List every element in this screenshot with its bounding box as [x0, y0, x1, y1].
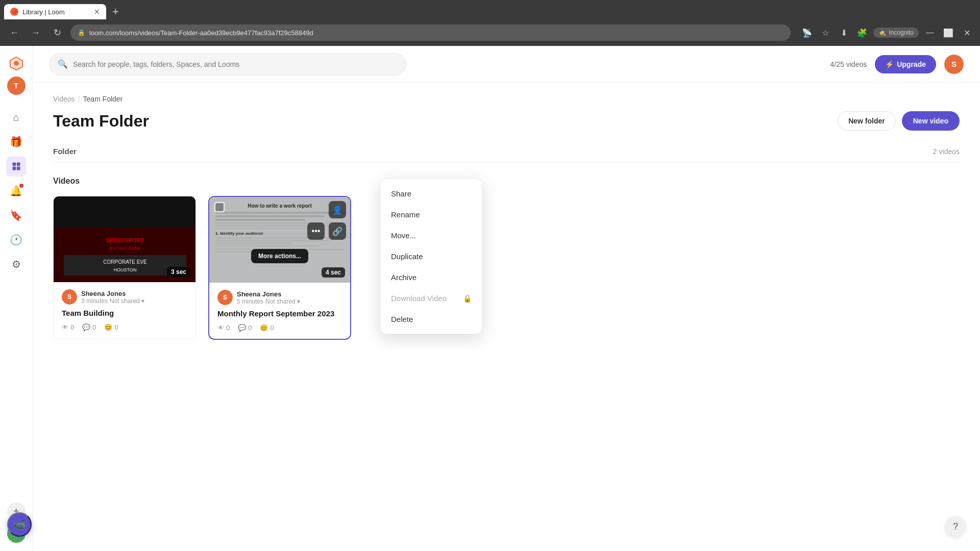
sidebar-item-home[interactable]: ⌂: [6, 107, 27, 128]
page-title: Team Folder: [53, 112, 149, 131]
back-button[interactable]: ←: [6, 24, 22, 41]
context-menu-duplicate[interactable]: Duplicate: [381, 246, 482, 267]
main-content: 🔍 4/25 videos ⚡ Upgrade S Videos / Team …: [33, 46, 980, 551]
new-folder-button[interactable]: New folder: [838, 111, 896, 131]
more-actions-button[interactable]: More actions...: [251, 249, 308, 263]
context-menu: Share Rename Move... Duplicate Archive D…: [380, 179, 482, 334]
video-thumbnail-team-building: 3 sec: [54, 196, 195, 282]
maximize-button[interactable]: ⬜: [941, 26, 955, 40]
download-button[interactable]: ⬇: [837, 26, 851, 40]
sidebar-item-gift[interactable]: 🎁: [6, 132, 27, 152]
help-icon: ?: [953, 521, 958, 532]
refresh-button[interactable]: ↻: [49, 24, 65, 41]
help-button[interactable]: ?: [945, 516, 966, 537]
video-info-1: S Sheena Jones 3 minutes Not shared ▾: [54, 282, 195, 338]
video-stats-2: 👁 0 💬 0 😊 0: [217, 324, 342, 332]
video-title-2: Monthly Report September 2023: [217, 309, 342, 318]
video-duration-2: 4 sec: [322, 267, 345, 278]
videos-section-title: Videos: [53, 177, 960, 186]
svg-rect-3: [16, 163, 20, 166]
author-name-2: Sheena Jones: [237, 290, 300, 298]
video-duration-1: 3 sec: [167, 267, 190, 277]
sidebar-item-notifications[interactable]: 🔔: [6, 181, 27, 201]
reactions-stat-2: 😊 0: [260, 324, 274, 332]
upgrade-button[interactable]: ⚡ Upgrade: [875, 55, 936, 73]
share-action-button[interactable]: 👤: [329, 201, 346, 218]
sidebar-item-library[interactable]: [6, 156, 27, 177]
context-menu-share[interactable]: Share: [381, 183, 482, 204]
active-browser-tab[interactable]: 🔴 Library | Loom ✕: [4, 4, 106, 19]
author-name-1: Sheena Jones: [81, 290, 144, 297]
extensions-button[interactable]: 🧩: [855, 26, 869, 40]
breadcrumb-separator: /: [78, 95, 80, 103]
video-card-monthly-report[interactable]: How to write a work report 1. Identify y…: [208, 196, 351, 340]
download-lock-icon: 🔒: [463, 294, 472, 303]
breadcrumb-parent[interactable]: Videos: [53, 95, 75, 103]
context-menu-download: Download Video 🔒: [381, 288, 482, 309]
views-stat-1: 👁 0: [62, 323, 74, 331]
author-meta-1: 3 minutes Not shared ▾: [81, 297, 144, 305]
breadcrumb-current: Team Folder: [83, 95, 122, 103]
video-info-2: S Sheena Jones 5 minutes Not shared ▾: [209, 283, 350, 339]
folder-section-label: Folder: [53, 147, 77, 156]
notification-dot: [19, 184, 23, 188]
author-avatar-1: S: [62, 289, 77, 305]
minimize-button[interactable]: —: [923, 26, 937, 40]
views-stat-2: 👁 0: [217, 324, 230, 332]
context-menu-rename[interactable]: Rename: [381, 204, 482, 225]
tab-favicon: 🔴: [10, 8, 18, 16]
header-right: 4/25 videos ⚡ Upgrade S: [830, 55, 964, 74]
video-stats-1: 👁 0 💬 0 😊 0: [62, 323, 187, 331]
search-bar[interactable]: 🔍: [49, 53, 406, 76]
video-count: 4/25 videos: [830, 60, 867, 68]
user-avatar[interactable]: S: [944, 55, 964, 74]
content-area: Videos / Team Folder Team Folder New fol…: [33, 83, 980, 551]
folder-section-header: Folder 2 videos: [53, 147, 960, 162]
workspace-avatar-t[interactable]: T: [7, 77, 26, 95]
cast-button[interactable]: 📡: [800, 26, 814, 40]
comments-stat-2: 💬 0: [238, 324, 252, 332]
share-status-1[interactable]: Not shared ▾: [110, 297, 144, 305]
loom-logo[interactable]: [7, 54, 26, 72]
video-author-1: S Sheena Jones 3 minutes Not shared ▾: [62, 289, 187, 305]
camera-record-button[interactable]: 📹: [7, 512, 32, 537]
sidebar-item-recent[interactable]: 🕐: [6, 230, 27, 250]
header-actions: New folder New video: [838, 111, 960, 131]
video-card-team-building[interactable]: 3 sec S Sheena Jones 3 minutes: [53, 196, 196, 340]
folder-section-count: 2 videos: [933, 147, 960, 156]
context-menu-move[interactable]: Move...: [381, 225, 482, 246]
videos-grid: 3 sec S Sheena Jones 3 minutes: [53, 196, 960, 340]
sidebar: T ⌂ 🎁 🔔 🔖 🕐 ⚙ + A: [0, 46, 33, 551]
new-tab-button[interactable]: +: [106, 4, 125, 19]
sidebar-item-bookmarks[interactable]: 🔖: [6, 205, 27, 226]
bookmark-button[interactable]: ☆: [818, 26, 832, 40]
svg-point-1: [14, 61, 19, 66]
ellipsis-action-button[interactable]: •••: [307, 222, 325, 240]
lock-icon: 🔒: [78, 29, 85, 36]
author-avatar-2: S: [217, 290, 233, 305]
author-details-2: Sheena Jones 5 minutes Not shared ▾: [237, 290, 300, 305]
tab-title: Library | Loom: [22, 8, 90, 16]
comments-stat-1: 💬 0: [82, 323, 96, 331]
svg-rect-5: [16, 167, 20, 170]
address-bar[interactable]: 🔒 loom.com/looms/videos/Team-Folder-aa0e…: [70, 24, 791, 41]
new-video-button[interactable]: New video: [902, 111, 960, 131]
reactions-stat-1: 😊 0: [104, 323, 118, 331]
search-input[interactable]: [73, 60, 398, 68]
card-checkbox[interactable]: [214, 202, 225, 212]
tab-close-button[interactable]: ✕: [94, 8, 100, 16]
context-menu-archive[interactable]: Archive: [381, 267, 482, 288]
link-action-button[interactable]: 🔗: [329, 222, 346, 240]
upgrade-icon: ⚡: [885, 60, 894, 68]
videos-section: Videos 3 sec S: [53, 177, 960, 340]
share-status-2[interactable]: Not shared ▾: [265, 298, 300, 305]
page-header: Team Folder New folder New video: [53, 111, 960, 131]
incognito-badge: 🕵 Incognito: [873, 28, 919, 38]
forward-button[interactable]: →: [28, 24, 44, 41]
sidebar-item-settings[interactable]: ⚙: [6, 254, 27, 274]
close-button[interactable]: ✕: [960, 26, 974, 40]
video-author-2: S Sheena Jones 5 minutes Not shared ▾: [217, 290, 342, 305]
context-menu-delete[interactable]: Delete: [381, 309, 482, 330]
url-text: loom.com/looms/videos/Team-Folder-aa0ed3…: [89, 29, 313, 37]
video-title-1: Team Building: [62, 309, 187, 317]
